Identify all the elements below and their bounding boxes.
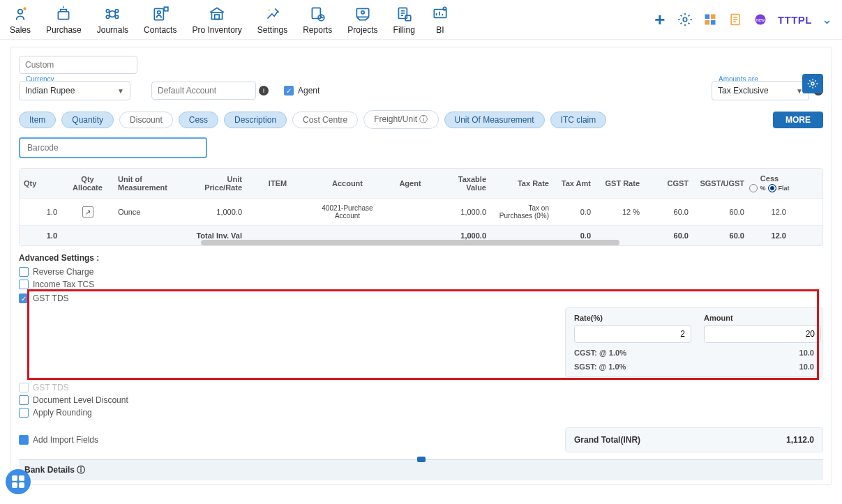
rate-input[interactable] — [574, 325, 691, 343]
svg-point-9 — [157, 11, 160, 14]
agent-label: Agent — [298, 86, 319, 96]
pill-costcentre[interactable]: Cost Centre — [292, 112, 358, 128]
nav-reports[interactable]: Reports — [303, 4, 332, 35]
svg-rect-23 — [705, 15, 709, 20]
svg-point-5 — [116, 10, 119, 13]
currency-select[interactable]: Indian Rupee ▼ — [19, 81, 130, 100]
amounts-select[interactable]: Tax Exclusive ▼ — [712, 81, 809, 100]
nav-purchase[interactable]: Purchase — [46, 4, 82, 35]
svg-point-1 — [23, 7, 26, 10]
svg-point-21 — [443, 7, 446, 10]
svg-rect-2 — [59, 12, 69, 20]
pill-description[interactable]: Description — [224, 112, 287, 128]
fab-button[interactable] — [6, 469, 31, 492]
svg-rect-12 — [215, 15, 220, 20]
tds-panel: Rate(%) Amount CGST: @ 1.0%10.0 SGST: @ … — [565, 307, 823, 377]
amount-label: Amount — [704, 314, 821, 322]
pill-freight[interactable]: Freight/Unit ⓘ — [363, 110, 438, 129]
nav-settings[interactable]: Settings — [257, 4, 287, 35]
svg-rect-26 — [711, 20, 716, 25]
svg-rect-25 — [705, 20, 709, 25]
gst-tds-checkbox[interactable]: ✓ — [19, 293, 29, 303]
panel-gear[interactable] — [802, 74, 823, 93]
contacts-icon — [151, 4, 170, 24]
pill-discount[interactable]: Discount — [119, 112, 173, 128]
advanced-title: Advanced Settings : — [19, 253, 823, 263]
chevron-down-icon[interactable]: ⌄ — [822, 12, 832, 27]
pill-quantity[interactable]: Quantity — [61, 112, 114, 128]
svg-point-6 — [107, 15, 110, 18]
settings-icon — [263, 4, 283, 24]
reverse-checkbox[interactable] — [19, 267, 29, 277]
pill-itc[interactable]: ITC claim — [550, 112, 607, 128]
top-nav: Sales Purchase Journals Contacts Pro Inv… — [0, 0, 842, 40]
projects-icon — [353, 4, 373, 24]
svg-rect-16 — [356, 8, 368, 17]
form-panel: Currency Indian Rupee ▼ i ✓ Agent Amount… — [10, 47, 832, 485]
svg-point-22 — [683, 17, 687, 22]
svg-point-17 — [361, 11, 364, 14]
nav-journals[interactable]: Journals — [97, 4, 128, 35]
more-button[interactable]: MORE — [773, 112, 823, 128]
svg-point-7 — [116, 15, 119, 18]
pill-cess[interactable]: Cess — [179, 112, 218, 128]
bi-icon — [430, 4, 450, 24]
amount-input[interactable] — [704, 325, 821, 343]
pill-uom[interactable]: Unit Of Measurement — [444, 112, 545, 128]
svg-rect-11 — [212, 13, 223, 20]
nav-filling[interactable]: Filling — [393, 4, 415, 35]
table-row[interactable]: 1.0 ↗ Ounce 1,000.0 40021-Purchase Accou… — [20, 198, 822, 225]
svg-point-4 — [107, 10, 110, 13]
edit-icon[interactable]: ↗ — [82, 206, 93, 217]
badge-icon[interactable]: new — [753, 12, 768, 27]
nav-contacts[interactable]: Contacts — [144, 4, 176, 35]
rounding-checkbox[interactable] — [19, 408, 29, 418]
nav-proinventory[interactable]: Pro Inventory — [192, 4, 241, 35]
tcs-checkbox[interactable] — [19, 280, 29, 289]
svg-rect-10 — [164, 7, 167, 10]
bank-details-header[interactable]: Bank Details ⓘ — [19, 459, 823, 480]
caret-icon: ▼ — [117, 87, 124, 95]
purchase-icon — [54, 4, 73, 24]
cess-mode-toggle[interactable]: % Flat — [749, 184, 789, 192]
grand-total: Grand Total(INR) 1,112.0 — [565, 427, 823, 452]
filling-icon — [394, 4, 414, 24]
horizontal-scrollbar[interactable] — [201, 240, 619, 245]
info-icon: i — [259, 86, 269, 96]
reports-icon — [308, 4, 327, 24]
brand-label: TTTPL — [778, 14, 812, 26]
line-items-grid: Qty Qty Allocate Unit of Measurement Uni… — [19, 168, 823, 246]
sales-icon — [10, 4, 30, 24]
gst-tds2-checkbox[interactable] — [19, 383, 29, 392]
resize-handle[interactable] — [417, 457, 426, 462]
apps-icon[interactable] — [702, 12, 718, 27]
import-checkbox[interactable] — [19, 435, 29, 445]
svg-text:new: new — [756, 17, 765, 22]
pill-item[interactable]: Item — [19, 112, 56, 128]
svg-point-0 — [18, 10, 23, 15]
inventory-icon — [207, 4, 227, 24]
svg-point-30 — [811, 82, 814, 85]
journals-icon — [103, 4, 122, 24]
gear-icon[interactable] — [677, 12, 693, 27]
rate-label: Rate(%) — [574, 314, 691, 322]
svg-rect-14 — [313, 8, 321, 18]
svg-point-13 — [268, 10, 269, 11]
custom-input[interactable] — [19, 56, 137, 74]
nav-sales[interactable]: Sales — [10, 4, 31, 35]
barcode-input[interactable] — [19, 137, 207, 158]
nav-bi[interactable]: BI — [430, 4, 450, 35]
default-account-input[interactable] — [151, 82, 256, 100]
nav-projects[interactable]: Projects — [347, 4, 377, 35]
add-icon[interactable]: + — [652, 12, 668, 27]
agent-checkbox[interactable]: ✓ — [284, 86, 294, 96]
svg-rect-24 — [711, 15, 716, 20]
svg-point-3 — [110, 11, 116, 17]
doc-icon[interactable] — [728, 12, 743, 27]
dld-checkbox[interactable] — [19, 395, 29, 405]
